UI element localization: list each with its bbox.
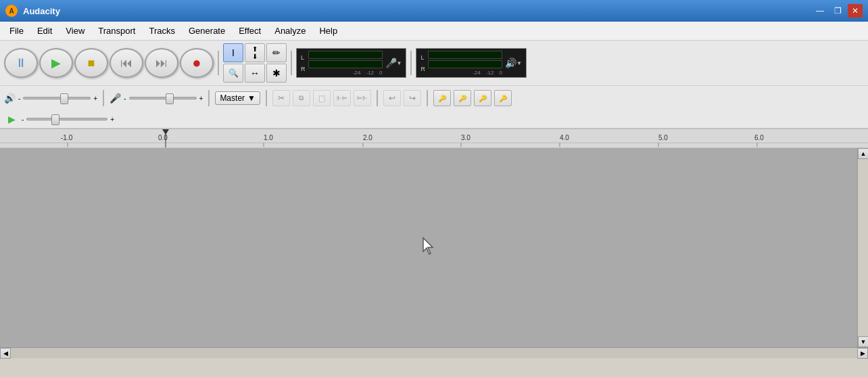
multi-icon: ✱ [272, 68, 281, 79]
volume-slider[interactable] [23, 97, 91, 99]
input-vu-scale: -24 -12 0 [308, 70, 383, 76]
vertical-scrollbar[interactable]: ▲ ▼ [857, 148, 868, 347]
zoom-fit-icon: 🔑 [499, 95, 507, 102]
silence-button[interactable]: ⊨⊩ [354, 90, 371, 106]
fast-forward-button[interactable]: ⏭ [145, 48, 178, 78]
svg-text:-1.0: -1.0 [61, 134, 73, 141]
toolbar-area: ⏸ ▶ ■ ⏮ ⏭ ● I [0, 41, 868, 129]
output-vu-meter: L R -24 -12 0 🔊 ▼ [416, 48, 526, 78]
play-cursor-button[interactable]: ▶ [4, 112, 19, 127]
microphone-icon: 🎤 [385, 58, 397, 68]
title-bar: A Audacity — ❐ ✕ [0, 0, 868, 22]
envelope-tool-button[interactable]: ⬆⬇ [245, 43, 265, 62]
content-area: ▲ ▼ [0, 148, 868, 347]
window-controls: — ❐ ✕ [813, 4, 863, 18]
svg-text:3.0: 3.0 [461, 134, 471, 141]
menu-tracks[interactable]: Tracks [142, 24, 182, 38]
zoom-selection-button[interactable]: 🔑 [474, 90, 491, 106]
volume-max-label: + [93, 95, 97, 102]
horizontal-scrollbar[interactable]: ◀ ▶ [0, 347, 868, 358]
play-button[interactable]: ▶ [39, 48, 73, 78]
separator-2 [291, 51, 292, 75]
minimize-button[interactable]: — [813, 4, 827, 18]
output-dropdown-icon: ▼ [516, 60, 522, 66]
scroll-left-button[interactable]: ◀ [0, 348, 11, 359]
zoom-sel-icon: 🔑 [479, 95, 487, 102]
undo-button[interactable]: ↩ [383, 90, 401, 106]
copy-button[interactable]: ⧉ [293, 90, 310, 106]
mouse-cursor-icon [422, 237, 435, 256]
menu-file[interactable]: File [3, 24, 30, 38]
redo-button[interactable]: ↪ [404, 90, 421, 106]
input-right-bar [308, 60, 383, 68]
stop-button[interactable]: ■ [74, 48, 108, 78]
output-right-label: R [420, 66, 425, 72]
scroll-right-button[interactable]: ▶ [857, 348, 868, 359]
svg-text:0.0: 0.0 [158, 134, 168, 141]
input-right-label: R [301, 66, 306, 72]
timeshift-tool-button[interactable]: ↔ [245, 64, 265, 83]
close-button[interactable]: ✕ [848, 4, 863, 18]
svg-text:1.0: 1.0 [264, 134, 273, 141]
output-meter-button[interactable]: 🔊 ▼ [505, 58, 522, 68]
input-dropdown-icon: ▼ [397, 60, 402, 66]
multi-tool-button[interactable]: ✱ [266, 64, 287, 83]
cursor-slider[interactable] [26, 118, 107, 120]
zoom-icon: 🔍 [228, 68, 239, 78]
scroll-up-button[interactable]: ▲ [858, 148, 868, 159]
zoom-in-icon: 🔑 [438, 95, 446, 102]
menu-edit[interactable]: Edit [30, 24, 59, 38]
svg-text:6.0: 6.0 [754, 134, 764, 141]
rewind-button[interactable]: ⏮ [110, 48, 143, 78]
app-title: Audacity [23, 6, 813, 16]
pause-icon: ⏸ [15, 56, 27, 70]
timeline-svg: -1.0 0.0 1.0 2.0 3.0 4.0 5.0 6.0 [0, 129, 868, 148]
menu-analyze[interactable]: Analyze [268, 24, 312, 38]
zoom-out-button[interactable]: 🔑 [454, 90, 471, 106]
input-left-bar [308, 51, 383, 59]
cursor-indicator [422, 237, 435, 259]
master-label: Master [220, 93, 245, 103]
mic-slider[interactable] [129, 97, 197, 99]
mic-max-label: + [199, 95, 203, 102]
menu-effect[interactable]: Effect [232, 24, 268, 38]
zoom-in-button[interactable]: 🔑 [433, 90, 451, 106]
cut-icon: ✂ [278, 93, 285, 103]
zoom-tool-button[interactable]: 🔍 [223, 64, 243, 83]
volume-icon: 🔊 [4, 93, 16, 104]
cursor-min-label: - [22, 116, 24, 123]
timeline-ruler: -1.0 0.0 1.0 2.0 3.0 4.0 5.0 6.0 [0, 129, 868, 148]
svg-text:5.0: 5.0 [658, 134, 668, 141]
output-left-bar [428, 51, 502, 59]
cut-button[interactable]: ✂ [272, 90, 290, 106]
maximize-button[interactable]: ❐ [830, 4, 845, 18]
track-area[interactable] [0, 148, 857, 347]
menu-generate[interactable]: Generate [182, 24, 232, 38]
output-right-bar [428, 60, 502, 68]
scroll-down-button[interactable]: ▼ [858, 336, 868, 347]
input-vu-meter: L R -24 -12 0 🎤 [296, 48, 406, 78]
record-button[interactable]: ● [180, 48, 214, 78]
undo-icon: ↩ [389, 93, 395, 103]
trim-button[interactable]: ⊩⊨ [333, 90, 351, 106]
paste-button[interactable]: 📋 [313, 90, 331, 106]
master-select[interactable]: Master ▼ [215, 91, 260, 105]
menu-help[interactable]: Help [312, 24, 344, 38]
scroll-track[interactable] [858, 159, 868, 336]
cursor-max-label: + [110, 116, 114, 123]
h-scroll-track[interactable] [11, 348, 857, 358]
rewind-icon: ⏮ [120, 56, 132, 70]
pause-button[interactable]: ⏸ [4, 48, 38, 78]
stop-icon: ■ [88, 56, 95, 70]
record-icon: ● [192, 54, 201, 72]
output-vu-scale: -24 -12 0 [428, 70, 502, 76]
menu-view[interactable]: View [59, 24, 91, 38]
draw-icon: ✏ [272, 47, 281, 58]
input-meter-button[interactable]: 🎤 ▼ [385, 58, 402, 68]
envelope-icon: ⬆⬇ [252, 45, 258, 60]
zoom-fit-button[interactable]: 🔑 [494, 90, 512, 106]
input-left-label: L [301, 54, 306, 61]
selection-tool-button[interactable]: I [223, 43, 243, 62]
draw-tool-button[interactable]: ✏ [266, 43, 287, 62]
menu-transport[interactable]: Transport [91, 24, 142, 38]
